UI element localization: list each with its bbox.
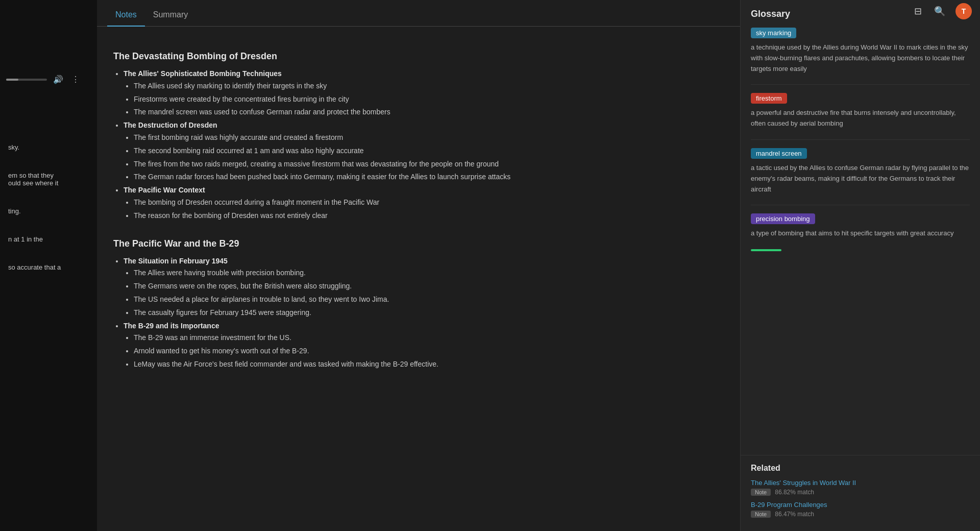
related-item-meta-2: Note 86.47% match <box>751 511 970 518</box>
main-content: Notes Summary The Devastating Bombing of… <box>97 0 740 531</box>
right-panel: Glossary + sky marking a technique used … <box>740 0 980 531</box>
list-item: The first bombing raid was highly accura… <box>134 132 724 144</box>
match-text-1: 86.82% match <box>775 489 814 496</box>
divider-3 <box>751 205 970 205</box>
list-item: The casualty figures for February 1945 w… <box>134 307 724 319</box>
transcript-snippet-3: ting. <box>8 207 89 215</box>
related-item-title-2[interactable]: B-29 Program Challenges <box>751 501 970 509</box>
transcript-snippet-2: em so that theyould see where it <box>8 172 89 187</box>
glossary-title: Glossary <box>751 9 790 19</box>
video-controls: 🔊 ⋮ <box>4 70 93 88</box>
search-icon: 🔍 <box>934 6 945 16</box>
transcript-snippet-4: n at 1 in the <box>8 235 89 243</box>
subsection-2-2-bullets: The B-29 was an immense investment for t… <box>124 332 724 370</box>
filter-button[interactable]: ⊟ <box>912 4 924 19</box>
subsection-1-3: The Pacific War Context The bombing of D… <box>113 184 724 222</box>
progress-indicator <box>751 249 781 251</box>
related-item-2: B-29 Program Challenges Note 86.47% matc… <box>751 501 970 518</box>
list-item: The Allies used sky marking to identify … <box>134 80 724 92</box>
term-badge-sky-marking[interactable]: sky marking <box>751 28 796 38</box>
list-item: The B-29 was an immense investment for t… <box>134 332 724 344</box>
related-item-title-1[interactable]: The Allies' Struggles in World War II <box>751 479 970 487</box>
section-title-1: The Devastating Bombing of Dresden <box>113 51 724 62</box>
glossary-term-mandrel-screen: mandrel screen a tactic used by the Alli… <box>751 148 970 195</box>
term-definition-precision-bombing: a type of bombing that aims to hit speci… <box>751 228 970 239</box>
list-item: LeMay was the Air Force's best field com… <box>134 358 724 371</box>
related-item-meta-1: Note 86.82% match <box>751 489 970 496</box>
match-text-2: 86.47% match <box>775 511 814 518</box>
list-item: The US needed a place for airplanes in t… <box>134 294 724 306</box>
glossary-section[interactable]: Glossary + sky marking a technique used … <box>741 0 980 455</box>
subsection-title-1-2: The Destruction of Dresden <box>124 121 217 129</box>
progress-bar[interactable] <box>6 79 47 81</box>
list-item: The Allies were having trouble with prec… <box>134 267 724 279</box>
list-item: The second bombing raid occurred at 1 am… <box>134 145 724 157</box>
subsection-title-1-3: The Pacific War Context <box>124 186 205 194</box>
term-definition-firestorm: a powerful and destructive fire that bur… <box>751 108 970 129</box>
tabs-header: Notes Summary <box>97 0 740 27</box>
avatar[interactable]: T <box>955 3 972 19</box>
divider-2 <box>751 139 970 140</box>
glossary-term-sky-marking: sky marking a technique used by the Alli… <box>751 28 970 74</box>
more-options-button[interactable]: ⋮ <box>69 73 82 86</box>
subsection-1-1: The Allies' Sophisticated Bombing Techni… <box>113 68 724 118</box>
list-item: The bombing of Dresden occurred during a… <box>134 197 724 209</box>
search-button[interactable]: 🔍 <box>932 4 947 19</box>
global-topbar: ⊟ 🔍 T <box>904 0 980 22</box>
subsection-2-1: The Situation in February 1945 The Allie… <box>113 255 724 319</box>
transcript-snippet-5: so accurate that a <box>8 263 89 271</box>
notes-body[interactable]: The Devastating Bombing of Dresden The A… <box>97 27 740 531</box>
term-badge-mandrel-screen[interactable]: mandrel screen <box>751 148 807 159</box>
note-badge-1: Note <box>751 489 771 496</box>
term-definition-mandrel-screen: a tactic used by the Allies to confuse G… <box>751 163 970 195</box>
subsection-title-1-1: The Allies' Sophisticated Bombing Techni… <box>124 69 282 78</box>
list-item: Firestorms were created by the concentra… <box>134 93 724 106</box>
subsection-title-2-1: The Situation in February 1945 <box>124 257 228 265</box>
note-badge-2: Note <box>751 511 771 518</box>
related-item-1: The Allies' Struggles in World War II No… <box>751 479 970 496</box>
transcript-snippet-1: sky. <box>8 143 89 151</box>
section-title-2: The Pacific War and the B-29 <box>113 238 724 249</box>
list-item: The reason for the bombing of Dresden wa… <box>134 210 724 222</box>
subsection-1-2-bullets: The first bombing raid was highly accura… <box>124 132 724 183</box>
subsection-title-2-2: The B-29 and its Importance <box>124 322 219 330</box>
related-title: Related <box>751 464 970 473</box>
left-sidebar: 🔊 ⋮ sky. em so that theyould see where i… <box>0 0 97 531</box>
list-item: The German radar forces had been pushed … <box>134 171 724 183</box>
term-badge-precision-bombing[interactable]: precision bombing <box>751 213 815 224</box>
list-item: Arnold wanted to get his money's worth o… <box>134 345 724 357</box>
progress-fill <box>6 79 18 81</box>
volume-button[interactable]: 🔊 <box>51 73 65 86</box>
term-badge-firestorm[interactable]: firestorm <box>751 93 787 104</box>
list-item: The Germans were on the ropes, but the B… <box>134 280 724 293</box>
subsection-2-1-bullets: The Allies were having trouble with prec… <box>124 267 724 319</box>
transcript-snippets: sky. em so that theyould see where it ti… <box>4 139 93 275</box>
tab-notes[interactable]: Notes <box>107 0 145 27</box>
subsection-1-3-bullets: The bombing of Dresden occurred during a… <box>124 197 724 222</box>
list-item: The fires from the two raids merged, cre… <box>134 158 724 171</box>
more-icon: ⋮ <box>71 75 80 84</box>
filter-icon: ⊟ <box>914 6 922 16</box>
list-item: The mandrel screen was used to confuse G… <box>134 106 724 118</box>
term-definition-sky-marking: a technique used by the Allies during Wo… <box>751 42 970 74</box>
subsection-1-2: The Destruction of Dresden The first bom… <box>113 119 724 183</box>
subsection-2-2: The B-29 and its Importance The B-29 was… <box>113 320 724 371</box>
volume-icon: 🔊 <box>53 75 63 84</box>
related-section: Related The Allies' Struggles in World W… <box>741 455 980 531</box>
glossary-term-firestorm: firestorm a powerful and destructive fir… <box>751 93 970 129</box>
glossary-term-precision-bombing: precision bombing a type of bombing that… <box>751 213 970 239</box>
subsection-1-1-bullets: The Allies used sky marking to identify … <box>124 80 724 118</box>
tab-summary[interactable]: Summary <box>145 0 196 27</box>
divider-1 <box>751 84 970 85</box>
